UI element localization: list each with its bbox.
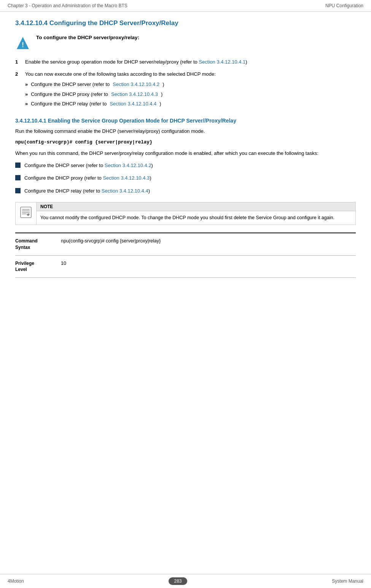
link-section-1[interactable]: Section 3.4.12.10.4.1 [199,59,245,65]
sub-section-body2: When you run this command, the DHCP serv… [15,150,356,157]
header-left: Chapter 3 - Operation and Administration… [8,3,127,8]
bullet-link-1[interactable]: Section 3.4.12.10.4.2 [105,163,151,168]
main-section-title: 3.4.12.10.4 Configuring the DHCP Server/… [15,19,356,27]
info-box-text: To configure the DHCP server/proxy/relay… [36,35,139,40]
bullet-icon-1 [15,163,21,168]
page-header: Chapter 3 - Operation and Administration… [0,0,371,12]
info-icon: ! [15,35,30,51]
table-row-privilege-level: PrivilegeLevel 10 [15,256,356,278]
bullet-link-3[interactable]: Section 3.4.12.10.4.4 [102,188,148,194]
table-label-command-syntax: CommandSyntax [15,238,61,251]
sub-item-1: Configure the DHCP server (refer to Sect… [25,81,356,88]
table-section: CommandSyntax npu(config-srvcgrp)# confi… [15,233,356,278]
sub-item-2: Configure the DHCP proxy (refer to Secti… [25,91,356,98]
bullet-3: Configure the DHCP relay (refer to Secti… [15,187,356,195]
footer-right: System Manual [332,578,363,584]
note-box: NOTE You cannot modify the configured DH… [15,202,356,225]
page-content: 3.4.12.10.4 Configuring the DHCP Server/… [0,12,371,308]
bullet-list: Configure the DHCP server (refer to Sect… [15,162,356,195]
sub-list: Configure the DHCP server (refer to Sect… [25,81,356,108]
link-section-3[interactable]: Section 3.4.12.10.4.3 [111,91,158,98]
note-content-col: NOTE You cannot modify the configured DH… [37,202,355,225]
note-body: You cannot modify the configured DHCP mo… [37,211,355,225]
steps-list: 1 Enable the service group operation mod… [15,58,356,110]
page-footer: 4Motion 283 System Manual [0,574,371,588]
note-icon-col [16,202,37,225]
bullet-2: Configure the DHCP proxy (refer to Secti… [15,174,356,182]
link-section-2[interactable]: Section 3.4.12.10.4.2 [113,81,159,88]
sub-section-title: 3.4.12.10.4.1 Enabling the Service Group… [15,118,356,124]
info-box: ! To configure the DHCP server/proxy/rel… [15,35,356,51]
step-2: 2 You can now execute one of the followi… [15,70,356,110]
sub-item-3: Configure the DHCP relay (refer to Secti… [25,100,356,108]
page-number: 283 [169,577,187,585]
table-value-command-syntax: npu(config-srvcgrp)# config {server|prox… [61,238,356,251]
footer-left: 4Motion [8,578,24,584]
command-inline: npu(config-srvcgrp)# config {server|prox… [15,140,356,145]
bullet-link-2[interactable]: Section 3.4.12.10.4.3 [103,175,150,181]
note-header: NOTE [37,202,355,211]
svg-text:!: ! [22,41,24,49]
bullet-1: Configure the DHCP server (refer to Sect… [15,162,356,169]
bullet-icon-2 [15,175,21,180]
bullet-icon-3 [15,188,21,193]
step-1: 1 Enable the service group operation mod… [15,58,356,66]
sub-section-body1: Run the following command enable the DHC… [15,127,356,135]
table-row-command-syntax: CommandSyntax npu(config-srvcgrp)# confi… [15,233,356,256]
note-icon [20,206,32,218]
header-right: NPU Configuration [325,3,363,8]
table-value-privilege-level: 10 [61,260,356,273]
link-section-4[interactable]: Section 3.4.12.10.4.4 [110,100,156,108]
table-label-privilege-level: PrivilegeLevel [15,260,61,273]
